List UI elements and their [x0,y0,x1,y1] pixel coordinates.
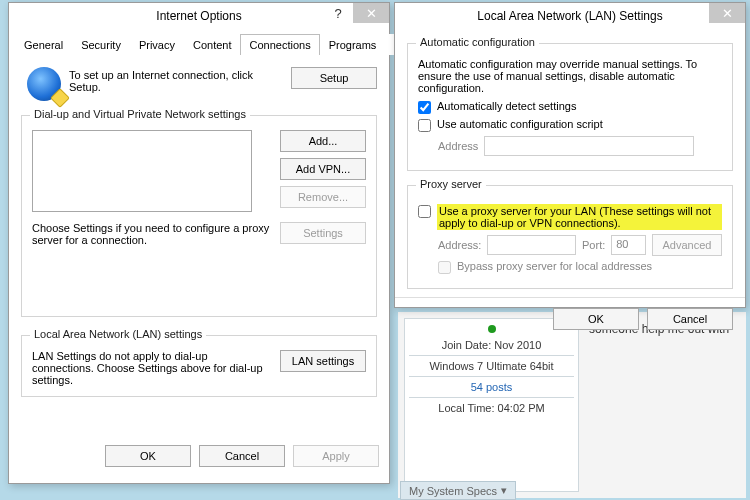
settings-button: Settings [280,222,366,244]
auto-detect-checkbox[interactable]: Automatically detect settings [418,100,722,114]
proxy-port-input: 80 [611,235,646,255]
lan-settings-dialog: Local Area Network (LAN) Settings ✕ Auto… [394,2,746,308]
globe-icon [27,67,61,101]
io-titlebar: Internet Options ? ✕ [9,3,389,29]
proxy-address-input [487,235,576,255]
post-count-link[interactable]: 54 posts [471,381,513,393]
proxy-group: Proxy server Use a proxy server for your… [407,185,733,289]
bypass-checkbox: Bypass proxy server for local addresses [438,260,722,274]
close-icon[interactable]: ✕ [353,3,389,23]
ok-button[interactable]: OK [105,445,191,467]
tab-content[interactable]: Content [184,34,241,55]
io-tabs: General Security Privacy Content Connect… [15,33,383,55]
ok-button[interactable]: OK [553,308,639,330]
forum-user-card: Join Date: Nov 2010 Windows 7 Ultimate 6… [404,318,579,492]
local-time: Local Time: 04:02 PM [409,402,574,414]
auto-script-checkbox[interactable]: Use automatic configuration script [418,118,722,132]
lan-titlebar: Local Area Network (LAN) Settings ✕ [395,3,745,29]
connections-listbox[interactable] [32,130,252,212]
lan-description: LAN Settings do not apply to dial-up con… [32,350,280,386]
chevron-down-icon: ▾ [501,484,507,497]
script-address-input [484,136,694,156]
apply-button: Apply [293,445,379,467]
add-button[interactable]: Add... [280,130,366,152]
tab-security[interactable]: Security [72,34,130,55]
use-proxy-label: Use a proxy server for your LAN (These s… [437,204,722,230]
lan-title: Local Area Network (LAN) Settings [477,9,662,23]
system-specs-toggle[interactable]: My System Specs ▾ [400,481,516,500]
address-label: Address [438,140,478,152]
dialup-group: Dial-up and Virtual Private Network sett… [21,115,377,317]
tab-privacy[interactable]: Privacy [130,34,184,55]
use-proxy-checkbox[interactable]: Use a proxy server for your LAN (These s… [418,204,722,230]
tab-connections[interactable]: Connections [240,34,319,55]
setup-button[interactable]: Setup [291,67,377,89]
close-icon[interactable]: ✕ [709,3,745,23]
choose-settings-text: Choose Settings if you need to configure… [32,222,280,246]
lan-group: Local Area Network (LAN) settings LAN Se… [21,335,377,397]
cancel-button[interactable]: Cancel [647,308,733,330]
io-title: Internet Options [156,9,241,23]
proxy-address-label: Address: [438,239,481,251]
tab-general[interactable]: General [15,34,72,55]
user-os: Windows 7 Ultimate 64bit [409,360,574,372]
tab-programs[interactable]: Programs [320,34,386,55]
auto-config-desc: Automatic configuration may override man… [418,58,722,94]
advanced-button: Advanced [652,234,722,256]
join-date: Join Date: Nov 2010 [409,339,574,351]
proxy-port-label: Port: [582,239,605,251]
setup-description: To set up an Internet connection, click … [69,67,283,93]
auto-config-group: Automatic configuration Automatic config… [407,43,733,171]
internet-options-dialog: Internet Options ? ✕ General Security Pr… [8,2,390,484]
cancel-button[interactable]: Cancel [199,445,285,467]
lan-settings-button[interactable]: LAN settings [280,350,366,372]
remove-button: Remove... [280,186,366,208]
add-vpn-button[interactable]: Add VPN... [280,158,366,180]
help-icon[interactable]: ? [323,3,353,23]
